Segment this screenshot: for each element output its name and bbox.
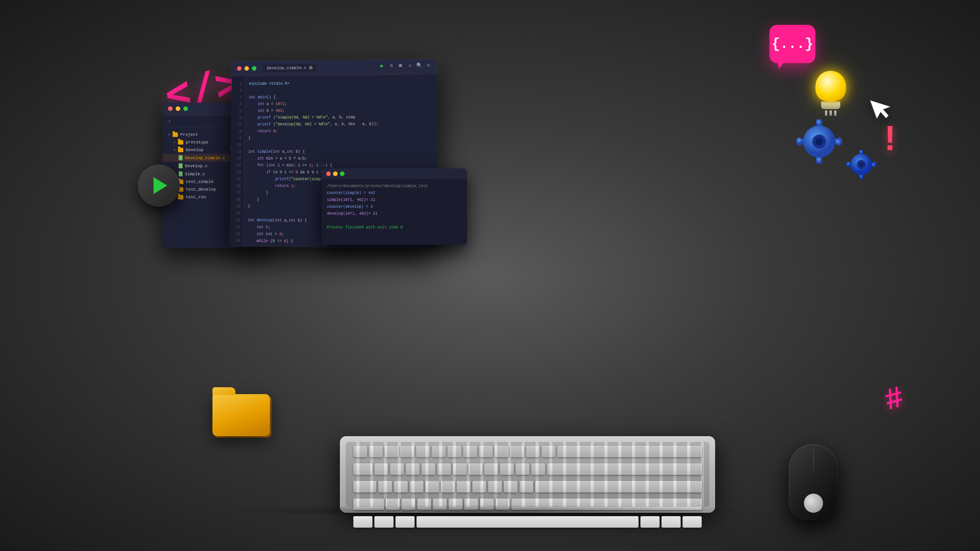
svg-marker-0 [870, 95, 893, 121]
key-cmd-r [662, 516, 681, 528]
key-fn [683, 516, 702, 528]
key [519, 481, 533, 492]
editor-dot-green[interactable] [252, 66, 256, 71]
chevron-icon-develop: ▾ [173, 148, 176, 152]
line-num-5: 5 [234, 108, 242, 115]
line-num-12: 12 [234, 155, 241, 162]
terminal-line-2: simple(1071, 462)= 21 [327, 197, 462, 204]
folder-icon-prototype [178, 140, 183, 145]
editor-play-button[interactable]: ▶ [379, 62, 385, 68]
line-num-14: 14 [234, 169, 241, 176]
chevron-icon: ▾ [168, 132, 170, 137]
folder-3d-body [212, 394, 270, 436]
mouse-ball [804, 494, 823, 513]
hash-decoration: # [881, 380, 908, 419]
keyboard-row-2 [348, 461, 707, 477]
terminal-window: /Users/documents/process/develop/simple_… [322, 168, 467, 245]
key [484, 463, 498, 475]
folder-icon-develop [178, 148, 183, 152]
key-opt [395, 516, 415, 528]
editor-pause-button[interactable]: ⏸ [388, 62, 394, 68]
code-line-7: printf ("develop(%d, %d) = %d\n", a, b, … [248, 121, 433, 128]
svg-rect-2 [816, 157, 822, 164]
bulb-lines [808, 111, 854, 116]
tree-label-test-develop: test_develop [186, 187, 216, 192]
tree-back-icon[interactable]: ‹ [168, 118, 171, 124]
terminal-dot-green[interactable] [340, 171, 345, 176]
line-num-18: 18 [234, 196, 241, 203]
line-num-23: 23 [233, 231, 240, 238]
chevron-icon-prototype: › [173, 140, 176, 144]
key [448, 446, 461, 457]
line-num-17: 17 [234, 189, 241, 196]
terminal-line-5 [327, 217, 462, 224]
editor-search-button[interactable]: 🔍 [416, 62, 422, 68]
editor-dot-red[interactable] [237, 66, 242, 71]
terminal-dot-yellow[interactable] [333, 171, 338, 176]
key [432, 446, 446, 457]
key [374, 463, 388, 475]
editor-titlebar: Develop_simple.c × ▶ ⏸ ⏹ ↺ 🔍 ⚙ [232, 59, 437, 77]
line-num-8: 8 [234, 128, 242, 135]
tree-label-develop-simple-c: Develop_simple.c [185, 155, 225, 160]
tree-label-prototype: prototype [186, 140, 208, 145]
key [472, 481, 486, 492]
tree-label-develop-c: Develop.c [185, 163, 208, 168]
line-num-13: 13 [234, 162, 241, 169]
editor-stop-button[interactable]: ⏹ [397, 62, 403, 68]
key [410, 481, 423, 492]
key-space [416, 516, 639, 528]
code-line-12: int min = a < b ? a:b; [248, 155, 433, 162]
tree-label-test-run: test_run [186, 195, 206, 199]
terminal-line-1: counter(simple) = 442 [327, 190, 462, 197]
bubble-shape: {...} [769, 25, 815, 63]
key [421, 463, 435, 475]
key [547, 463, 702, 475]
key [479, 446, 493, 457]
keyboard-decoration [340, 436, 715, 513]
terminal-dot-red[interactable] [326, 171, 331, 176]
folder-icon-test-run [178, 195, 183, 199]
key [457, 481, 470, 492]
line-num-19: 19 [234, 203, 241, 210]
line-num-11: 11 [234, 148, 241, 155]
editor-tab-close-button[interactable]: × [309, 66, 313, 70]
mouse-decoration [789, 444, 838, 520]
line-num-2: 2 [235, 88, 242, 95]
file-icon-develop-c [179, 163, 183, 168]
terminal-content: /Users/documents/process/develop/simple_… [322, 179, 467, 235]
svg-point-22 [859, 162, 864, 167]
line-num-22: 22 [233, 224, 240, 231]
key [353, 463, 372, 475]
editor-toolbar: ▶ ⏸ ⏹ ↺ 🔍 ⚙ [379, 62, 431, 68]
editor-settings-button[interactable]: ⚙ [425, 62, 431, 68]
play-disc-button[interactable] [138, 165, 180, 207]
terminal-path: /Users/documents/process/develop/simple_… [327, 183, 462, 190]
editor-refresh-button[interactable]: ↺ [407, 62, 413, 68]
scene: </> {...} [0, 0, 980, 551]
bulb-line-3 [834, 111, 836, 116]
code-line-9: } [248, 135, 434, 142]
file-icon-simple-c [179, 171, 183, 176]
dot-red[interactable] [168, 106, 173, 111]
dot-green[interactable] [183, 106, 188, 111]
tree-label-test-simple: test_simple [186, 179, 214, 184]
key [557, 446, 702, 457]
editor-dot-yellow[interactable] [245, 66, 249, 71]
svg-rect-1 [816, 119, 822, 126]
line-num-1: 1 [235, 81, 242, 88]
line-num-16: 16 [234, 183, 241, 189]
editor-tab-develop-simple[interactable]: Develop_simple.c × [263, 64, 316, 72]
bulb-base [821, 101, 840, 109]
key [500, 463, 514, 475]
dot-yellow[interactable] [176, 106, 180, 111]
key [394, 481, 408, 492]
key [516, 463, 529, 475]
folder-3d-tab [212, 387, 235, 395]
key [441, 481, 455, 492]
key [437, 463, 451, 475]
bulb-line-1 [825, 111, 827, 116]
key [526, 446, 540, 457]
tree-label-simple-c: Simple.c [185, 171, 205, 176]
key [378, 481, 392, 492]
